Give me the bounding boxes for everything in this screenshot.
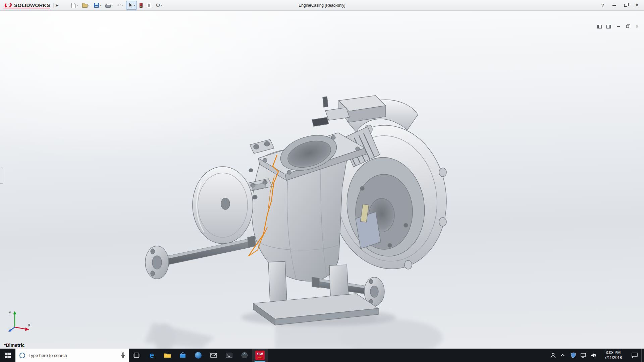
menu-expand-arrow[interactable]: ▶ [53,3,60,8]
document-window-controls: × [596,23,641,29]
display-tray-button[interactable] [578,349,588,362]
file-properties-icon [147,3,151,8]
microphone-icon[interactable] [121,352,125,358]
people-icon [550,352,556,358]
taskbar-clock[interactable]: 3:08 PM 7/11/2018 [598,349,628,362]
triad-y-label: Y [9,311,11,315]
quick-access-toolbar: ▾ ▾ ▾ ▾ ↶ ▾ ▾ [70,1,164,10]
print-icon [105,4,111,8]
new-document-icon [71,3,76,8]
taskbar-app-command-prompt[interactable] [221,349,237,362]
solidworks-app-letters: SW [257,352,263,356]
open-button[interactable]: ▾ [80,1,91,10]
start-button[interactable] [0,349,15,362]
file-explorer-icon [164,352,171,358]
dropdown-arrow-icon[interactable]: ▾ [134,4,135,7]
command-prompt-icon [226,353,232,358]
select-tool-button[interactable]: ▾ [126,1,137,10]
save-icon [94,3,99,8]
top-assembly [312,96,418,132]
rebuild-button[interactable] [138,1,144,10]
close-button[interactable]: × [631,1,643,9]
task-view-icon [133,352,140,358]
chevron-up-icon [561,354,565,358]
show-desktop-button[interactable] [641,349,644,362]
show-hidden-icons-button[interactable] [558,349,568,362]
dropdown-arrow-icon[interactable]: ▾ [122,4,123,7]
taskbar-app-mail[interactable] [206,349,221,362]
doc-minimize-button[interactable] [614,23,622,29]
taskbar-search[interactable] [15,349,129,362]
dropdown-arrow-icon[interactable]: ▾ [100,4,101,7]
clock-date: 7/11/2018 [604,355,622,360]
split-pane-right-button[interactable] [605,23,612,29]
dropdown-arrow-icon[interactable]: ▾ [76,4,78,7]
graphics-viewport[interactable]: × [0,11,644,349]
minimize-button[interactable] [608,1,620,9]
undo-icon: ↶ [117,3,121,8]
system-tray: 3:08 PM 7/11/2018 [548,349,644,362]
split-pane-right-icon [606,25,611,28]
undo-button[interactable]: ↶ ▾ [115,1,125,10]
doc-minimize-icon [617,26,620,27]
people-button[interactable] [548,349,558,362]
split-pane-left-icon [597,25,602,28]
select-arrow-icon [128,2,133,8]
new-document-button[interactable]: ▾ [70,1,79,10]
action-center-icon [631,352,638,358]
options-gear-icon: ⚙ [156,3,160,8]
doc-restore-button[interactable] [624,23,631,29]
solidworks-brand: SOLIDWORKS [1,2,52,9]
open-folder-icon [82,4,88,8]
restore-button[interactable] [620,1,631,9]
doc-restore-icon [626,25,629,28]
search-input[interactable] [29,353,117,358]
triad-x-label: X [28,323,31,327]
taskbar-app-file-explorer[interactable] [160,349,175,362]
store-icon [179,352,186,358]
doc-close-button[interactable]: × [633,23,641,29]
dropdown-arrow-icon[interactable]: ▾ [88,4,90,7]
print-button[interactable]: ▾ [104,1,114,10]
taskbar-app-edge[interactable]: e [144,349,160,362]
windows-taskbar: e [0,349,644,362]
save-button[interactable]: ▾ [92,1,103,10]
volume-tray-button[interactable] [588,349,598,362]
restore-icon [624,4,627,7]
edge-icon: e [150,351,154,359]
taskbar-app-dark[interactable] [237,349,252,362]
brand-name: SOLIDWORKS [14,2,50,8]
rebuild-icon [140,3,143,8]
volume-icon [590,353,596,358]
split-pane-left-button[interactable] [596,23,603,29]
solidworks-window: SOLIDWORKS ▶ ▾ ▾ ▾ ▾ ↶ ▾ [0,0,644,362]
view-orientation-label: *Dimetric [4,343,24,348]
action-center-button[interactable] [628,349,641,362]
window-title: EngineCasing [Read-only] [299,3,345,8]
dropdown-arrow-icon[interactable]: ▾ [161,4,162,7]
mail-icon [210,353,217,358]
engine-casing-model[interactable] [0,11,644,349]
search-circle-icon [19,353,25,358]
file-properties-button[interactable] [145,1,153,10]
shield-icon [571,352,576,358]
orientation-triad[interactable]: Y X [7,310,32,334]
options-button[interactable]: ⚙ ▾ [154,1,164,10]
taskbar-app-browser[interactable] [191,349,206,362]
monitor-icon [580,353,586,358]
dropdown-arrow-icon[interactable]: ▾ [111,4,113,7]
taskbar-app-solidworks[interactable]: SW 2017 [252,349,268,362]
dark-app-icon [241,352,248,359]
solidworks-app-year: 2017 [257,356,263,359]
minimize-icon [612,5,616,6]
solidworks-app-icon: SW 2017 [255,351,265,360]
task-view-button[interactable] [129,349,144,362]
taskbar-app-store[interactable] [175,349,191,362]
ds-logo-icon [3,2,13,9]
window-controls: ? × [597,1,643,9]
left-pulley-disc [193,167,253,244]
defender-tray-button[interactable] [568,349,578,362]
title-bar: SOLIDWORKS ▶ ▾ ▾ ▾ ▾ ↶ ▾ [0,0,644,11]
help-button[interactable]: ? [597,1,608,9]
engine-assembly [145,96,455,325]
